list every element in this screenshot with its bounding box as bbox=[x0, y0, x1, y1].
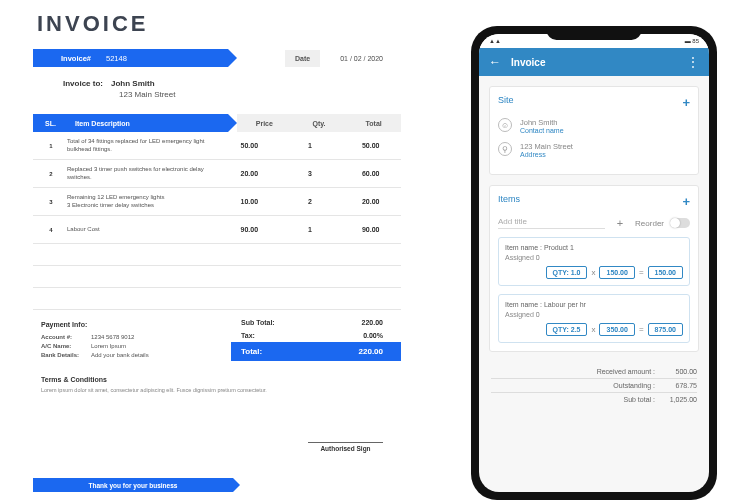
item-box[interactable]: Item name : Labour per hrAssigned 0QTY: … bbox=[498, 294, 690, 343]
table-row: 1Total of 34 fittings replaced for LED e… bbox=[33, 132, 401, 160]
item-assigned: Assigned 0 bbox=[505, 254, 683, 261]
col-qty: Qty. bbox=[292, 120, 347, 127]
col-sl: SL. bbox=[45, 120, 75, 127]
contact-label: Contact name bbox=[520, 127, 564, 134]
address-value: 123 Main Street bbox=[520, 142, 573, 151]
totals-footer: Received amount :500.00 Outstanding :678… bbox=[479, 362, 709, 409]
screen-title: Invoice bbox=[511, 57, 545, 68]
totals-box: Sub Total:220.00 Tax:0.00% Total:220.00 bbox=[231, 316, 401, 361]
signature-line: Authorised Sign bbox=[308, 442, 383, 452]
received-label: Received amount : bbox=[597, 368, 655, 375]
line-items-table: SL.Item Description PriceQty.Total 1Tota… bbox=[33, 114, 401, 310]
phone-notch bbox=[547, 26, 642, 40]
item-box[interactable]: Item name : Product 1Assigned 0QTY: 1.0x… bbox=[498, 237, 690, 286]
add-site-button[interactable]: + bbox=[682, 95, 690, 110]
site-card: Site + ☺ John SmithContact name ⚲ 123 Ma… bbox=[489, 86, 699, 175]
contact-name: John Smith bbox=[520, 118, 564, 127]
to-address: 123 Main Street bbox=[119, 90, 401, 99]
back-icon[interactable]: ← bbox=[489, 55, 501, 69]
tax-label: Tax: bbox=[241, 332, 255, 339]
item-name: Item name : Labour per hr bbox=[505, 301, 683, 308]
price-pill[interactable]: 350.00 bbox=[599, 323, 634, 336]
subtotal-value: 1,025.00 bbox=[661, 396, 697, 403]
signal-icon: ▲▲ bbox=[489, 38, 501, 44]
terms-body: Lorem ipsum dolor sit amet, consectetur … bbox=[41, 387, 401, 395]
total-pill: 875.00 bbox=[648, 323, 683, 336]
received-value: 500.00 bbox=[661, 368, 697, 375]
payment-row: Bank Details:Add your bank details bbox=[41, 351, 231, 360]
item-name: Item name : Product 1 bbox=[505, 244, 683, 251]
col-total: Total bbox=[346, 120, 401, 127]
invoice-number-ribbon: Invoice# 52148 bbox=[33, 49, 228, 67]
date-label: Date bbox=[285, 50, 320, 67]
outstanding-value: 678.75 bbox=[661, 382, 697, 389]
menu-icon[interactable]: ⋮ bbox=[687, 55, 699, 69]
table-header: SL.Item Description PriceQty.Total bbox=[33, 114, 401, 132]
qty-pill[interactable]: QTY: 1.0 bbox=[546, 266, 588, 279]
table-row bbox=[33, 288, 401, 310]
site-card-title: Site bbox=[498, 95, 514, 110]
to-label: Invoice to: bbox=[63, 79, 103, 88]
table-row: 2Replaced 3 timer push switches for elec… bbox=[33, 160, 401, 188]
address-label: Address bbox=[520, 151, 573, 158]
invoice-document: INVOICE Invoice# 52148 Date 01 / 02 / 20… bbox=[33, 0, 401, 500]
add-title-input[interactable]: Add title bbox=[498, 217, 605, 229]
subtotal-value: 220.00 bbox=[362, 319, 383, 326]
grand-label: Total: bbox=[241, 347, 262, 356]
items-card-title: Items bbox=[498, 194, 520, 209]
invoice-number-value: 52148 bbox=[106, 54, 127, 63]
to-name: John Smith bbox=[111, 79, 155, 88]
invoice-header: Invoice# 52148 Date 01 / 02 / 2020 bbox=[33, 49, 401, 67]
terms-title: Terms & Conditions bbox=[41, 375, 401, 385]
thanks-ribbon: Thank you for your business bbox=[33, 478, 233, 492]
plus-icon[interactable]: + bbox=[617, 217, 623, 229]
date-value: 01 / 02 / 2020 bbox=[340, 55, 383, 62]
invoice-title: INVOICE bbox=[37, 11, 401, 37]
phone-screen: ▲▲ ▬ 85 ← Invoice ⋮ Site + ☺ John SmithC… bbox=[479, 34, 709, 492]
reorder-toggle[interactable] bbox=[670, 218, 690, 228]
outstanding-label: Outstanding : bbox=[613, 382, 655, 389]
table-row: 4Labour Cost90.00190.00 bbox=[33, 216, 401, 244]
total-pill: 150.00 bbox=[648, 266, 683, 279]
person-icon: ☺ bbox=[498, 118, 512, 132]
location-icon: ⚲ bbox=[498, 142, 512, 156]
tax-value: 0.00% bbox=[363, 332, 383, 339]
contact-row[interactable]: ☺ John SmithContact name bbox=[498, 118, 690, 134]
table-row bbox=[33, 266, 401, 288]
col-price: Price bbox=[237, 120, 292, 127]
terms: Terms & Conditions Lorem ipsum dolor sit… bbox=[41, 375, 401, 394]
app-bar: ← Invoice ⋮ bbox=[479, 48, 709, 76]
subtotal-label: Sub total : bbox=[623, 396, 655, 403]
price-pill[interactable]: 150.00 bbox=[599, 266, 634, 279]
invoice-to: Invoice to:John Smith 123 Main Street bbox=[63, 79, 401, 99]
payment-row: Account #:1234 5678 9012 bbox=[41, 333, 231, 342]
invoice-number-label: Invoice# bbox=[61, 54, 91, 63]
item-assigned: Assigned 0 bbox=[505, 311, 683, 318]
battery-icon: ▬ 85 bbox=[685, 38, 699, 44]
items-card: Items + Add title + Reorder Item name : … bbox=[489, 185, 699, 352]
col-desc: Item Description bbox=[75, 120, 130, 127]
reorder-label: Reorder bbox=[635, 219, 664, 228]
table-row: 3Remaining 12 LED emergency lights3 Elec… bbox=[33, 188, 401, 216]
subtotal-label: Sub Total: bbox=[241, 319, 275, 326]
date-box: Date 01 / 02 / 2020 bbox=[285, 50, 401, 67]
payment-row: A/C Name:Lorem Ipsum bbox=[41, 342, 231, 351]
add-item-button[interactable]: + bbox=[682, 194, 690, 209]
table-row bbox=[33, 244, 401, 266]
phone-frame: ▲▲ ▬ 85 ← Invoice ⋮ Site + ☺ John SmithC… bbox=[471, 26, 717, 500]
qty-pill[interactable]: QTY: 2.5 bbox=[546, 323, 588, 336]
grand-value: 220.00 bbox=[359, 347, 383, 356]
address-row[interactable]: ⚲ 123 Main StreetAddress bbox=[498, 142, 690, 158]
